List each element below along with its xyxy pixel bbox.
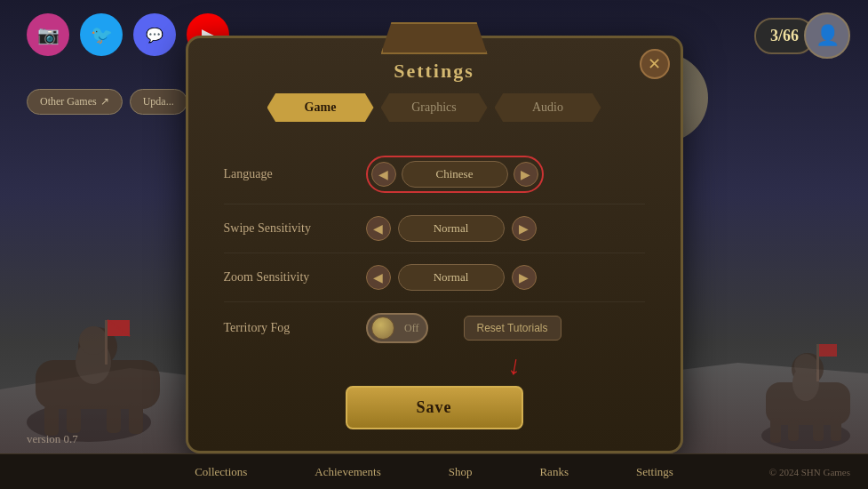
zoom-sensitivity-label: Zoom Sensitivity xyxy=(224,270,366,285)
language-prev-button[interactable]: ◀ xyxy=(371,162,396,187)
territory-fog-toggle[interactable]: Off xyxy=(366,313,428,343)
nav-ranks[interactable]: Ranks xyxy=(532,465,576,479)
language-next-button[interactable]: ▶ xyxy=(514,162,538,187)
modal-header: Settings ✕ xyxy=(188,38,681,93)
tab-audio[interactable]: Audio xyxy=(495,93,601,122)
nav-settings[interactable]: Settings xyxy=(629,465,681,479)
language-row: Language ◀ Chinese ▶ xyxy=(224,145,645,204)
nav-achievements[interactable]: Achievements xyxy=(307,465,387,479)
tab-game[interactable]: Game xyxy=(267,93,374,122)
swipe-sensitivity-value: Normal xyxy=(398,215,505,242)
reset-tutorials-label: Reset Tutorials xyxy=(477,322,548,334)
tab-game-label: Game xyxy=(305,100,337,114)
close-button[interactable]: ✕ xyxy=(640,49,670,79)
swipe-sensitivity-control: ◀ Normal ▶ xyxy=(366,215,537,242)
save-button-container: Save xyxy=(188,372,681,451)
nav-collections[interactable]: Collections xyxy=(187,465,254,479)
zoom-sensitivity-row: Zoom Sensitivity ◀ Normal ▶ xyxy=(224,253,645,302)
territory-fog-label: Territory Fog xyxy=(224,321,366,335)
zoom-sensitivity-control: ◀ Normal ▶ xyxy=(366,264,537,291)
modal-title: Settings xyxy=(394,60,474,82)
tab-graphics-label: Graphics xyxy=(411,100,457,114)
close-icon: ✕ xyxy=(648,54,661,74)
toggle-off-label: Off xyxy=(404,322,418,335)
tab-audio-label: Audio xyxy=(532,100,563,114)
language-highlight: ◀ Chinese ▶ xyxy=(366,156,544,193)
settings-content: Language ◀ Chinese ▶ Swipe Sensitivity ◀… xyxy=(188,136,681,372)
swipe-sensitivity-label: Swipe Sensitivity xyxy=(224,221,366,236)
copyright-text: © 2024 SHN Games xyxy=(769,467,850,477)
tab-graphics[interactable]: Graphics xyxy=(381,93,488,122)
zoom-next-button[interactable]: ▶ xyxy=(512,265,537,290)
reset-tutorials-button[interactable]: Reset Tutorials xyxy=(464,316,561,341)
language-value: Chinese xyxy=(402,161,508,188)
toggle-knob xyxy=(371,317,394,340)
save-label: Save xyxy=(417,398,452,416)
save-button[interactable]: Save xyxy=(346,386,523,429)
modal-overlay: Settings ✕ Game Graphics Audio Language xyxy=(0,0,868,489)
zoom-sensitivity-value: Normal xyxy=(398,264,505,291)
settings-modal: Settings ✕ Game Graphics Audio Language xyxy=(186,36,683,453)
language-label: Language xyxy=(224,167,366,181)
zoom-prev-button[interactable]: ◀ xyxy=(366,265,391,290)
territory-fog-row: Territory Fog Off Reset Tutorials ↓ xyxy=(224,302,645,354)
swipe-sensitivity-row: Swipe Sensitivity ◀ Normal ▶ xyxy=(224,204,645,253)
bottom-nav: Collections Achievements Shop Ranks Sett… xyxy=(0,453,868,489)
tabs-container: Game Graphics Audio xyxy=(188,93,681,136)
version-text: version 0.7 xyxy=(27,432,78,446)
swipe-prev-button[interactable]: ◀ xyxy=(366,216,391,241)
nav-shop[interactable]: Shop xyxy=(442,465,480,479)
swipe-next-button[interactable]: ▶ xyxy=(512,216,537,241)
version-label: version 0.7 xyxy=(27,432,78,445)
